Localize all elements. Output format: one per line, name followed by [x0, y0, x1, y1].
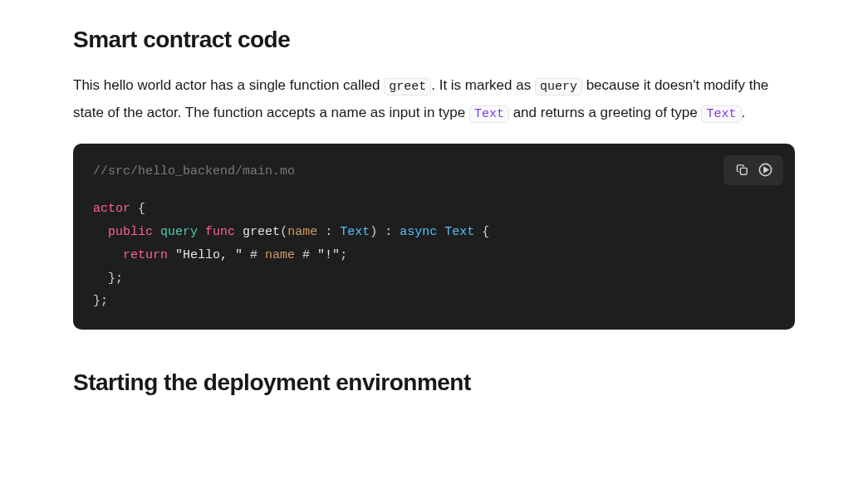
svg-rect-0	[740, 168, 747, 174]
code-line: return "Hello, " # name # "!";	[93, 244, 775, 267]
token-indent	[93, 225, 108, 239]
token-space	[198, 225, 205, 239]
token-type: Text	[444, 225, 474, 239]
token-indent	[93, 248, 123, 262]
token-punct: {	[474, 225, 489, 239]
token-punct: {	[130, 202, 145, 216]
token-keyword: actor	[93, 202, 130, 216]
code-line: public query func greet(name : Text) : a…	[93, 221, 775, 244]
copy-icon	[735, 163, 749, 177]
code-line: };	[93, 290, 775, 313]
token-keyword: return	[123, 248, 168, 262]
text-fragment: .	[742, 105, 746, 120]
token-punct: };	[93, 271, 123, 286]
svg-marker-2	[763, 168, 767, 173]
token-ident: greet	[243, 225, 280, 239]
code-line: actor {	[93, 198, 775, 221]
code-file-path-comment: //src/hello_backend/main.mo	[93, 160, 775, 183]
token-string: "Hello, "	[175, 248, 243, 262]
text-fragment: This hello world actor has a single func…	[73, 77, 384, 93]
token-space	[235, 225, 243, 239]
token-operator: #	[243, 248, 265, 262]
inline-code-greet: greet	[384, 78, 431, 95]
token-punct: (	[280, 225, 287, 239]
copy-button[interactable]	[730, 160, 753, 180]
inline-code-text-type-2: Text	[701, 105, 741, 123]
token-keyword: async	[400, 225, 437, 239]
play-circle-icon	[758, 162, 773, 178]
text-fragment: and returns a greeting of type	[509, 105, 702, 120]
token-keyword: func	[205, 225, 235, 239]
code-actions-toolbar	[723, 155, 783, 185]
code-line: };	[93, 267, 775, 291]
token-ident: name	[265, 248, 295, 262]
token-param: name	[287, 225, 317, 239]
inline-code-query: query	[535, 78, 582, 95]
token-keyword: public	[108, 225, 153, 239]
code-block: //src/hello_backend/main.mo actor { publ…	[73, 144, 795, 330]
section-heading-smart-contract: Smart contract code	[73, 27, 795, 53]
token-punct: :	[317, 225, 340, 239]
token-keyword: query	[160, 225, 198, 239]
token-space	[437, 225, 444, 239]
text-fragment: . It is marked as	[431, 77, 535, 93]
token-space	[168, 248, 175, 262]
token-string: "!"	[317, 248, 340, 262]
token-type: Text	[340, 225, 370, 239]
section-heading-deployment: Starting the deployment environment	[73, 369, 795, 396]
token-punct: ;	[340, 248, 347, 262]
intro-paragraph: This hello world actor has a single func…	[73, 71, 795, 127]
token-punct: };	[93, 294, 108, 308]
token-space	[153, 225, 160, 239]
token-punct: :	[377, 225, 400, 239]
token-punct: )	[370, 225, 377, 239]
inline-code-text-type-1: Text	[469, 105, 509, 123]
token-operator: #	[295, 248, 317, 262]
run-button[interactable]	[753, 160, 777, 180]
